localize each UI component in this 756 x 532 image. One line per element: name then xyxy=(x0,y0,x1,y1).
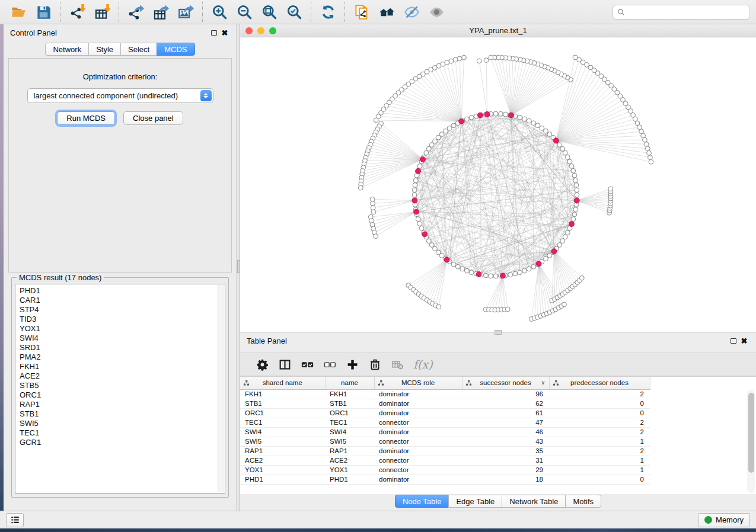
network-graph[interactable] xyxy=(240,37,755,332)
zoom-selected-button[interactable] xyxy=(282,2,307,22)
table-cell[interactable]: RAP1 xyxy=(240,446,325,456)
table-row[interactable]: PHD1PHD1dominator180 xyxy=(240,475,650,484)
save-session-button[interactable] xyxy=(31,2,56,22)
table-cell[interactable]: connector xyxy=(374,418,462,427)
gear-button[interactable] xyxy=(251,355,273,374)
mcds-result-item[interactable]: STP4 xyxy=(20,305,225,315)
table-cell[interactable]: SWI5 xyxy=(240,437,325,446)
search-input[interactable] xyxy=(628,8,745,16)
tab-select[interactable]: Select xyxy=(120,43,157,56)
mcds-result-item[interactable]: TEC1 xyxy=(20,428,225,438)
table-row[interactable]: TEC1TEC1connector472 xyxy=(240,418,650,427)
table-cell[interactable]: STB1 xyxy=(325,399,374,408)
task-history-button[interactable] xyxy=(6,513,24,527)
mcds-result-item[interactable]: TID3 xyxy=(20,315,225,324)
mcds-result-item[interactable]: SWI4 xyxy=(20,334,225,343)
network-window-titlebar[interactable]: YPA_prune.txt_1 xyxy=(240,24,756,37)
table-row[interactable]: YOX1YOX1connector291 xyxy=(240,465,650,475)
table-cell[interactable]: PHD1 xyxy=(240,475,325,484)
uncheck-pair-button[interactable] xyxy=(318,355,341,374)
table-cell[interactable]: connector xyxy=(374,465,462,475)
table-panel-float-button[interactable] xyxy=(728,336,739,345)
table-cell[interactable]: TEC1 xyxy=(325,418,374,427)
table-scrollbar-thumb[interactable] xyxy=(748,393,754,473)
export-image-button[interactable] xyxy=(173,2,198,22)
network-view-canvas[interactable] xyxy=(240,37,756,332)
table-cell[interactable]: 62 xyxy=(462,399,549,408)
table-cell[interactable]: connector xyxy=(374,437,462,446)
table-cell[interactable]: 2 xyxy=(549,418,650,427)
zoom-in-button[interactable] xyxy=(207,2,232,22)
refresh-view-button[interactable] xyxy=(315,2,340,22)
table-cell[interactable]: 29 xyxy=(462,465,549,475)
table-cell[interactable]: ACE2 xyxy=(325,456,374,465)
open-folder-button[interactable] xyxy=(6,2,31,22)
control-panel-close-button[interactable]: ✖ xyxy=(219,28,230,37)
import-table-button[interactable] xyxy=(90,2,114,22)
mcds-result-item[interactable]: GCR1 xyxy=(20,438,225,447)
table-cell[interactable]: RAP1 xyxy=(325,446,374,456)
table-cell[interactable]: 35 xyxy=(462,446,549,456)
mcds-result-item[interactable]: SWI5 xyxy=(20,419,225,428)
table-row[interactable]: ORC1ORC1dominator610 xyxy=(240,408,650,418)
table-cell[interactable]: ORC1 xyxy=(325,408,374,418)
table-cell[interactable]: 1 xyxy=(549,465,650,475)
mcds-result-item[interactable]: FKH1 xyxy=(20,362,225,371)
column-header-successor-nodes[interactable]: successor nodes∨ xyxy=(462,377,549,389)
plus-button[interactable] xyxy=(341,355,363,374)
table-cell[interactable]: 61 xyxy=(462,408,549,418)
table-cell[interactable]: 43 xyxy=(462,437,549,446)
trash-button[interactable] xyxy=(363,355,386,374)
mcds-result-item[interactable]: SRD1 xyxy=(20,343,225,352)
hide-selected-button[interactable] xyxy=(399,2,424,22)
table-cell[interactable]: STB1 xyxy=(240,399,325,408)
check-pair-button[interactable] xyxy=(296,355,318,374)
table-cell[interactable]: 18 xyxy=(462,475,549,484)
table-cell[interactable]: dominator xyxy=(374,399,462,408)
table-cell[interactable]: connector xyxy=(374,456,462,465)
table-cell[interactable]: 96 xyxy=(462,389,549,399)
mcds-result-item[interactable]: STB1 xyxy=(20,409,225,419)
table-cell[interactable]: FKH1 xyxy=(240,389,325,399)
column-header-name[interactable]: name xyxy=(325,377,374,389)
table-cell[interactable]: 2 xyxy=(549,446,650,456)
export-network-button[interactable] xyxy=(123,2,148,22)
tab-node-table[interactable]: Node Table xyxy=(395,495,449,508)
table-cell[interactable]: YOX1 xyxy=(325,465,374,475)
export-table-button[interactable] xyxy=(148,2,173,22)
show-all-button[interactable] xyxy=(424,2,449,22)
mcds-result-item[interactable]: RAP1 xyxy=(20,400,225,409)
table-cell[interactable]: dominator xyxy=(374,389,462,399)
tab-network-table[interactable]: Network Table xyxy=(502,495,566,508)
table-cell[interactable]: 0 xyxy=(549,408,650,418)
optimization-criterion-select[interactable]: largest connected component (undirected) xyxy=(27,88,213,103)
import-network-button[interactable] xyxy=(65,2,90,22)
mcds-result-list[interactable]: PHD1CAR1STP4TID3YOX1SWI4SRD1PMA2FKH1ACE2… xyxy=(15,284,225,493)
table-row[interactable]: SWI5SWI5connector431 xyxy=(240,437,650,446)
mcds-result-item[interactable]: YOX1 xyxy=(20,324,225,334)
mcds-result-item[interactable]: PMA2 xyxy=(20,352,225,362)
table-cell[interactable]: 2 xyxy=(549,427,650,437)
tab-motifs[interactable]: Motifs xyxy=(565,495,601,508)
zoom-out-button[interactable] xyxy=(232,2,257,22)
table-cell[interactable]: 46 xyxy=(462,427,549,437)
mcds-result-item[interactable]: ACE2 xyxy=(20,371,225,381)
table-scrollbar[interactable] xyxy=(747,390,755,493)
table-cell[interactable]: ACE2 xyxy=(240,456,325,465)
table-row[interactable]: SWI4SWI4dominator462 xyxy=(240,427,650,437)
table-cell[interactable]: 2 xyxy=(549,389,650,399)
column-header-mcds-role[interactable]: MCDS role xyxy=(374,377,462,389)
tab-network[interactable]: Network xyxy=(45,43,89,56)
close-traffic-light[interactable] xyxy=(245,27,253,34)
table-row[interactable]: FKH1FKH1dominator962 xyxy=(240,389,650,399)
close-panel-button[interactable]: Close panel xyxy=(123,111,183,125)
tab-mcds[interactable]: MCDS xyxy=(157,43,194,56)
table-row[interactable]: RAP1RAP1dominator352 xyxy=(240,446,650,456)
table-cell[interactable]: 1 xyxy=(549,456,650,465)
table-cell[interactable]: YOX1 xyxy=(240,465,325,475)
table-cell[interactable]: SWI4 xyxy=(240,427,325,437)
table-cell[interactable]: dominator xyxy=(374,408,462,418)
table-cell[interactable]: SWI4 xyxy=(325,427,374,437)
mcds-result-item[interactable]: CAR1 xyxy=(20,296,225,305)
table-cell[interactable]: 47 xyxy=(462,418,549,427)
